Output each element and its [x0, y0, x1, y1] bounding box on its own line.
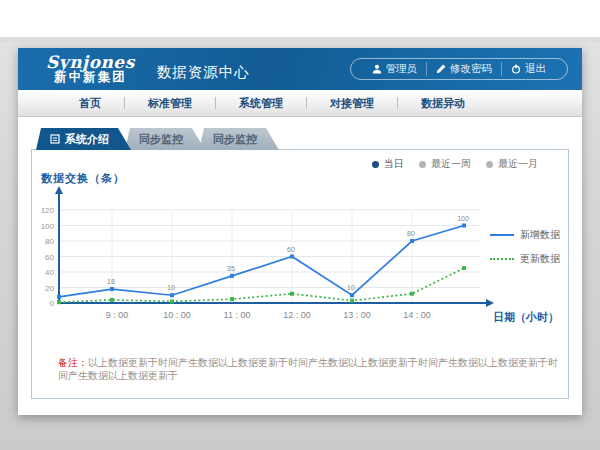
footnote-text: 以上数据更新于时间产生数据以上数据更新于时间产生数据以上数据更新于时间产生数据以…	[58, 357, 558, 381]
app-window: Synjones 新中新集团 数据资源中心 管理员 修改密码	[18, 48, 582, 415]
edit-icon	[436, 64, 446, 74]
tab-strip: 系统介绍 同步监控 同步监控	[36, 128, 569, 150]
svg-text:10 : 00: 10 : 00	[163, 310, 191, 320]
svg-text:35: 35	[227, 265, 235, 272]
svg-text:100: 100	[457, 215, 469, 222]
blue-line-sample	[490, 234, 514, 236]
svg-text:11 : 00: 11 : 00	[224, 310, 251, 320]
nav-item-data-change[interactable]: 数据异动	[398, 96, 488, 111]
chart-panel: 当日 最近一周 最近一月 数据交换（条） 0204060801001209 : …	[31, 149, 569, 399]
green-dotted-line-sample	[490, 258, 514, 260]
svg-text:80: 80	[407, 230, 415, 237]
legend-label: 新增数据	[520, 228, 560, 242]
tab-sync-monitor-1[interactable]: 同步监控	[125, 128, 205, 150]
svg-text:日期（小时）: 日期（小时）	[493, 311, 559, 324]
logo-text: Synjones	[46, 54, 135, 72]
svg-text:0: 0	[50, 299, 55, 308]
logo-subtext: 新中新集团	[46, 71, 135, 84]
content-area: 系统介绍 同步监控 同步监控 当日 最近一周	[18, 117, 582, 399]
filter-label: 最近一月	[498, 157, 538, 171]
svg-text:40: 40	[45, 268, 54, 277]
footnote: 备注：以上数据更新于时间产生数据以上数据更新于时间产生数据以上数据更新于时间产生…	[58, 356, 563, 382]
svg-text:13 : 00: 13 : 00	[343, 310, 371, 320]
filter-last-month[interactable]: 最近一月	[486, 157, 538, 171]
current-user-button[interactable]: 管理员	[363, 62, 427, 76]
time-filter-group: 当日 最近一周 最近一月	[357, 157, 538, 171]
tab-label: 同步监控	[213, 128, 257, 150]
main-nav: 首页 标准管理 系统管理 对接管理 数据异动	[18, 90, 582, 117]
page-title: 数据资源中心	[157, 63, 250, 82]
nav-item-system-mgmt[interactable]: 系统管理	[216, 96, 306, 111]
tab-label: 系统介绍	[65, 128, 109, 150]
footnote-label: 备注：	[58, 357, 88, 368]
legend-label: 更新数据	[520, 252, 560, 266]
legend-item-new-data: 新增数据	[484, 228, 560, 242]
page-top-strip	[0, 0, 600, 38]
svg-text:18: 18	[107, 278, 115, 285]
power-icon	[511, 64, 521, 74]
user-icon	[372, 64, 382, 74]
svg-text:10: 10	[347, 284, 355, 291]
svg-text:14 : 00: 14 : 00	[403, 310, 431, 320]
filter-label: 最近一周	[431, 157, 471, 171]
svg-text:80: 80	[45, 237, 54, 246]
radio-icon	[419, 161, 426, 168]
change-password-label: 修改密码	[450, 62, 492, 76]
radio-icon	[486, 161, 493, 168]
radio-selected-icon	[372, 161, 379, 168]
filter-label: 当日	[384, 157, 404, 171]
logout-button[interactable]: 退出	[501, 62, 555, 76]
svg-text:120: 120	[41, 206, 55, 215]
tab-system-intro[interactable]: 系统介绍	[36, 128, 131, 150]
logout-label: 退出	[525, 62, 546, 76]
svg-text:20: 20	[45, 284, 54, 293]
app-header: Synjones 新中新集团 数据资源中心 管理员 修改密码	[18, 48, 582, 90]
svg-text:10: 10	[167, 284, 175, 291]
svg-text:100: 100	[41, 222, 55, 231]
filter-last-week[interactable]: 最近一周	[419, 157, 471, 171]
nav-item-standard-mgmt[interactable]: 标准管理	[125, 96, 215, 111]
change-password-button[interactable]: 修改密码	[426, 62, 501, 76]
tab-label: 同步监控	[139, 128, 183, 150]
user-toolbar: 管理员 修改密码 退出	[350, 58, 569, 80]
document-icon	[50, 134, 60, 144]
filter-today[interactable]: 当日	[372, 157, 404, 171]
chart-legend: 新增数据 更新数据	[484, 228, 560, 276]
nav-item-docking-mgmt[interactable]: 对接管理	[307, 96, 397, 111]
svg-text:60: 60	[287, 246, 295, 253]
user-name: 管理员	[386, 62, 418, 76]
svg-text:60: 60	[45, 253, 54, 262]
svg-text:12 : 00: 12 : 00	[283, 310, 311, 320]
tab-sync-monitor-2[interactable]: 同步监控	[199, 128, 279, 150]
company-logo: Synjones 新中新集团	[46, 54, 135, 85]
nav-item-home[interactable]: 首页	[56, 96, 124, 111]
legend-item-updated-data: 更新数据	[484, 252, 560, 266]
svg-text:9 : 00: 9 : 00	[106, 310, 129, 320]
